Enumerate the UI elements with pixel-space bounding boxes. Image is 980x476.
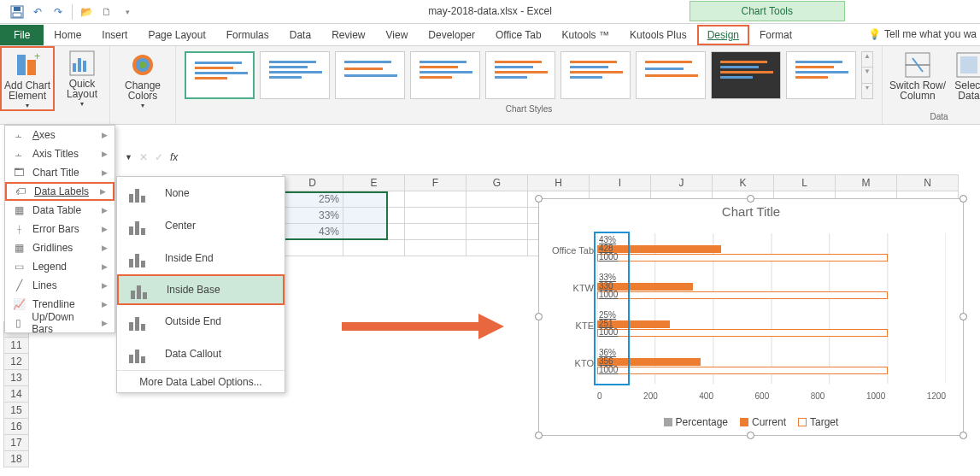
resize-handle[interactable] xyxy=(959,313,967,320)
col-header-l[interactable]: L xyxy=(774,174,836,191)
col-header-m[interactable]: M xyxy=(836,174,897,191)
row-header-14[interactable]: 14 xyxy=(3,386,29,403)
chart-style-8[interactable] xyxy=(711,51,781,99)
tab-kutools-plus[interactable]: Kutools Plus xyxy=(619,25,697,45)
cell[interactable] xyxy=(405,208,467,224)
menu-legend[interactable]: ▭Legend▶ xyxy=(5,257,114,276)
tab-format[interactable]: Format xyxy=(749,25,802,45)
resize-handle[interactable] xyxy=(535,195,543,203)
col-header-d[interactable]: D xyxy=(282,174,343,191)
data-label-selection[interactable] xyxy=(594,232,630,385)
resize-handle[interactable] xyxy=(747,195,754,203)
chart-style-6[interactable] xyxy=(560,51,631,99)
cell[interactable] xyxy=(405,224,467,240)
menu-axis-titles[interactable]: ⫠Axis Titles▶ xyxy=(5,144,114,163)
cell[interactable] xyxy=(282,240,343,256)
resize-handle[interactable] xyxy=(535,432,543,439)
tab-page-layout[interactable]: Page Layout xyxy=(138,25,215,45)
cell[interactable] xyxy=(405,191,467,208)
row-header-16[interactable]: 16 xyxy=(3,419,29,435)
styles-scroll-up[interactable]: ▲ xyxy=(862,52,872,67)
submenu-inside-end[interactable]: Inside End xyxy=(117,242,285,274)
redo-icon[interactable]: ↷ xyxy=(48,2,68,22)
menu-error-bars[interactable]: ⟊Error Bars▶ xyxy=(5,220,114,238)
chart-style-2[interactable] xyxy=(260,51,330,99)
row-header-11[interactable]: 11 xyxy=(3,338,29,354)
row-header-15[interactable]: 15 xyxy=(3,403,29,419)
cell[interactable] xyxy=(467,208,528,224)
row-header-12[interactable]: 12 xyxy=(3,354,29,370)
menu-data-table[interactable]: ▦Data Table▶ xyxy=(5,201,114,220)
add-chart-element-button[interactable]: + Add Chart Element ▾ xyxy=(0,46,55,111)
tab-kutools[interactable]: Kutools ™ xyxy=(552,25,619,45)
tab-insert[interactable]: Insert xyxy=(91,25,138,45)
menu-data-labels[interactable]: 🏷Data Labels▶ xyxy=(5,182,114,201)
bar-target[interactable] xyxy=(597,291,888,299)
embedded-chart[interactable]: Chart Title Office Tab 43% 428 1000 KTW … xyxy=(538,198,964,436)
tab-view[interactable]: View xyxy=(376,25,419,45)
new-icon[interactable]: 🗋 xyxy=(97,2,117,22)
cell[interactable] xyxy=(467,224,528,240)
col-header-n[interactable]: N xyxy=(897,174,959,191)
cell[interactable] xyxy=(467,240,528,256)
col-header-k[interactable]: K xyxy=(713,174,774,191)
resize-handle[interactable] xyxy=(747,432,754,439)
col-header-g[interactable]: G xyxy=(467,174,528,191)
tab-file[interactable]: File xyxy=(0,25,44,45)
chart-style-3[interactable] xyxy=(335,51,405,99)
submenu-inside-base[interactable]: Inside Base xyxy=(117,274,285,305)
chart-style-1[interactable] xyxy=(185,51,255,99)
tab-design[interactable]: Design xyxy=(697,25,749,45)
switch-row-column-button[interactable]: Switch Row/ Column xyxy=(888,48,948,110)
chart-style-9[interactable] xyxy=(786,51,856,99)
bar-target[interactable] xyxy=(597,254,888,262)
submenu-outside-end[interactable]: Outside End xyxy=(117,305,285,338)
quick-layout-button[interactable]: Quick Layout ▾ xyxy=(55,46,109,111)
resize-handle[interactable] xyxy=(535,313,543,320)
col-header-f[interactable]: F xyxy=(405,174,467,191)
save-icon[interactable] xyxy=(7,2,27,22)
chart-legend[interactable]: Percentage Current Target xyxy=(539,416,963,428)
col-header-j[interactable]: J xyxy=(651,174,713,191)
col-header-i[interactable]: I xyxy=(590,174,651,191)
row-header-13[interactable]: 13 xyxy=(3,370,29,386)
tab-formulas[interactable]: Formulas xyxy=(216,25,279,45)
chart-style-5[interactable] xyxy=(485,51,555,99)
change-colors-button[interactable]: Change Colors ▾ xyxy=(115,48,170,111)
tab-review[interactable]: Review xyxy=(321,25,375,45)
undo-icon[interactable]: ↶ xyxy=(27,2,48,22)
menu-chart-title[interactable]: 🗔Chart Title▶ xyxy=(5,163,114,182)
open-icon[interactable]: 📂 xyxy=(76,2,97,22)
col-header-e[interactable]: E xyxy=(343,174,405,191)
tab-office-tab[interactable]: Office Tab xyxy=(485,25,552,45)
tab-home[interactable]: Home xyxy=(44,25,91,45)
select-data-button[interactable]: Select Data xyxy=(948,48,980,110)
styles-scroll-down[interactable]: ▼ xyxy=(862,67,872,82)
bar-target[interactable] xyxy=(597,367,888,374)
col-header-h[interactable]: H xyxy=(528,174,590,191)
data-labels-submenu: None Center Inside End Inside Base Outsi… xyxy=(116,176,285,393)
tab-developer[interactable]: Developer xyxy=(418,25,485,45)
row-header-17[interactable]: 17 xyxy=(3,435,29,451)
submenu-center[interactable]: Center xyxy=(117,209,285,242)
submenu-none[interactable]: None xyxy=(117,177,285,209)
qat-more-icon[interactable]: ▾ xyxy=(117,2,138,22)
formula-bar[interactable]: ▼ ✕ ✓ fx xyxy=(125,147,178,167)
resize-handle[interactable] xyxy=(959,195,967,203)
styles-expand[interactable]: ▾ xyxy=(862,83,872,98)
chart-style-4[interactable] xyxy=(410,51,480,99)
submenu-data-callout[interactable]: Data Callout xyxy=(117,338,285,370)
tab-data[interactable]: Data xyxy=(279,25,321,45)
chart-style-7[interactable] xyxy=(636,51,706,99)
plot-area[interactable]: Office Tab 43% 428 1000 KTW 33% 330 1000… xyxy=(597,233,946,384)
cell[interactable] xyxy=(467,191,528,208)
row-header-18[interactable]: 18 xyxy=(3,451,29,467)
submenu-more-options[interactable]: More Data Label Options... xyxy=(117,370,285,392)
bar-target[interactable] xyxy=(597,329,888,337)
tell-me-input[interactable]: 💡Tell me what you wa xyxy=(868,28,977,40)
cell[interactable] xyxy=(405,240,467,256)
resize-handle[interactable] xyxy=(959,432,967,439)
cell[interactable] xyxy=(343,240,405,256)
menu-axes[interactable]: ⫠Axes▶ xyxy=(5,126,114,144)
menu-gridlines[interactable]: ▦Gridlines▶ xyxy=(5,238,114,257)
